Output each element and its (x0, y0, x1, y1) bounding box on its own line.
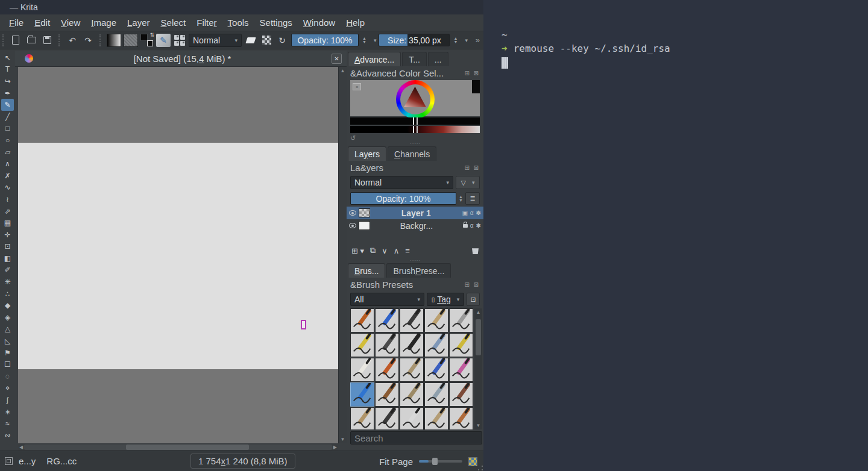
tab-brushes[interactable]: Brus... (348, 263, 385, 278)
tool-fill[interactable]: ◆ (1, 299, 14, 311)
layer-opacity-slider[interactable]: Opacity: 100% (350, 192, 456, 205)
float-docker-icon[interactable]: ⊞ (464, 70, 470, 76)
tag-button[interactable]: ▯ Tag ▾ (427, 293, 464, 306)
size-options-arrow[interactable]: ▾ (465, 37, 468, 43)
fg-bg-color-chooser[interactable]: ⇅ (140, 34, 154, 47)
layer-flag-icon[interactable]: ▣ (462, 210, 467, 216)
tag-filter-dropdown[interactable]: All ▾ (350, 293, 424, 306)
brush-preset-cell[interactable] (350, 407, 374, 429)
layer-visibility-eye-icon[interactable] (349, 223, 356, 228)
menu-settings[interactable]: Settings (254, 16, 298, 30)
tool-assistants[interactable]: △ (1, 323, 14, 335)
edit-brush-settings-button[interactable]: ✎ (156, 34, 171, 47)
tool-calligraphy[interactable]: ✒ (1, 87, 14, 99)
display-settings-button[interactable]: ⊡ (467, 293, 480, 306)
pattern-chooser[interactable] (124, 34, 138, 47)
tool-reference-images[interactable]: ⚑ (1, 347, 14, 359)
brush-preset-cell[interactable] (350, 382, 374, 407)
brush-preset-cell[interactable] (424, 333, 448, 357)
shade-gradient-bar[interactable] (350, 126, 480, 133)
brush-preset-cell[interactable] (350, 333, 374, 357)
brush-scroll-thumb[interactable] (476, 319, 481, 355)
tool-text[interactable]: T (1, 64, 14, 76)
document-tab-title[interactable]: [Not Saved] (15,4 MiB) * (33, 54, 332, 64)
choose-brush-preset-button[interactable] (173, 34, 186, 47)
layer-flag-icon[interactable]: ✽ (476, 222, 481, 229)
brush-preset-cell[interactable] (375, 358, 399, 382)
tool-colorize-mask[interactable]: ∴ (1, 288, 14, 300)
tab-channels[interactable]: Channels (388, 146, 436, 161)
layer-blending-mode-dropdown[interactable]: Normal ▾ (350, 176, 453, 189)
tool-polygon-select[interactable]: ⋄ (1, 382, 14, 395)
hue-ring[interactable] (396, 80, 435, 119)
canvas-document[interactable] (18, 143, 338, 369)
tool-smart-patch[interactable]: ✳ (1, 276, 14, 288)
docker-tab-advanced-color-selector[interactable]: Advance... (348, 52, 401, 66)
brush-preset-cell[interactable] (449, 407, 473, 429)
brush-preset-cell[interactable] (449, 308, 473, 332)
undo-button[interactable]: ↶ (66, 34, 79, 47)
brush-preset-cell[interactable] (424, 382, 448, 407)
brush-preset-cell[interactable] (375, 382, 399, 407)
eraser-mode-button[interactable] (244, 34, 257, 47)
tab-layers[interactable]: Layers (348, 146, 386, 161)
tool-edit-shapes[interactable]: ↪ (1, 75, 14, 87)
opacity-slider[interactable]: Opacity: 100% (291, 34, 359, 46)
layer-name[interactable]: Backgr... (373, 221, 461, 231)
tool-select-shapes[interactable]: ↖ (1, 52, 14, 64)
layer-row[interactable]: Backgr...α✽ (347, 219, 483, 232)
gradient-chooser[interactable] (107, 34, 121, 47)
tool-magic-wand-select[interactable]: ∗ (1, 406, 14, 418)
brush-preset-cell[interactable] (350, 358, 374, 382)
add-layer-button[interactable]: ⊞ ▾ (351, 246, 364, 255)
brush-preset-cell[interactable] (424, 407, 448, 429)
color-selector-menu-icon[interactable]: ≡ (353, 83, 361, 90)
layer-thumbnail[interactable] (359, 221, 370, 230)
menu-view[interactable]: View (55, 16, 86, 30)
menu-layer[interactable]: Layer (122, 16, 156, 30)
zoom-slider[interactable] (419, 460, 462, 463)
menu-edit[interactable]: Edit (29, 16, 55, 30)
layer-opacity-spinner[interactable]: ▲▼ (458, 195, 464, 202)
brush-preset-cell[interactable] (400, 407, 424, 429)
tool-dynamic-brush[interactable]: ≀ (1, 193, 14, 205)
scroll-left-icon[interactable]: ◀ (19, 444, 23, 450)
tool-enclose-fill[interactable]: ◈ (1, 311, 14, 323)
advanced-color-selector[interactable]: ≡ (350, 80, 480, 116)
zoom-slider-handle[interactable] (432, 458, 438, 465)
tool-polyline[interactable]: ∧ (1, 158, 14, 170)
float-docker-icon[interactable]: ⊞ (464, 164, 470, 171)
brush-preset-cell[interactable] (424, 358, 448, 382)
menu-tools[interactable]: Tools (222, 16, 254, 30)
brush-size-slider[interactable]: Size: 35,00 px (379, 34, 450, 46)
tool-bezier-curve[interactable]: ✗ (1, 170, 14, 182)
vertical-scrollbar[interactable]: ▲ ▼ (338, 67, 347, 443)
tool-gradient[interactable]: ◧ (1, 252, 14, 264)
tool-transform[interactable]: ▦ (1, 217, 14, 229)
scroll-down-icon[interactable]: ▼ (341, 437, 345, 442)
docker-tab-more[interactable]: ... (428, 52, 448, 66)
hscroll-track[interactable] (24, 444, 332, 450)
tool-color-sampler[interactable]: ✐ (1, 264, 14, 276)
layer-list-options-button[interactable]: ≣ (465, 192, 480, 205)
tool-crop[interactable]: ⊡ (1, 241, 14, 253)
size-spinner[interactable]: ▲▼ (452, 37, 459, 44)
tool-rectangle[interactable]: □ (1, 123, 14, 135)
brush-preset-cell[interactable] (400, 382, 424, 407)
brush-preset-cell[interactable] (400, 308, 424, 332)
close-docker-icon[interactable]: ⊠ (474, 70, 480, 76)
brush-preset-cell[interactable] (400, 358, 424, 382)
brush-search-input[interactable] (351, 433, 482, 443)
duplicate-layer-button[interactable]: ⧉ (370, 246, 376, 255)
move-layer-up-button[interactable]: ∧ (394, 246, 400, 255)
layer-properties-button[interactable]: ≡ (405, 246, 410, 255)
move-layer-down-button[interactable]: ∨ (382, 246, 388, 255)
toolbar-overflow-button[interactable]: » (476, 36, 480, 45)
tab-brush-presets[interactable]: Brush Prese... (386, 263, 451, 278)
brush-preset-cell[interactable] (424, 308, 448, 332)
new-document-button[interactable] (9, 34, 22, 47)
brush-preset-cell[interactable] (375, 333, 399, 357)
tool-freehand-select[interactable]: ∫ (1, 394, 14, 406)
layer-name[interactable]: Layer 1 (373, 208, 459, 218)
brush-preset-cell[interactable] (449, 333, 473, 357)
